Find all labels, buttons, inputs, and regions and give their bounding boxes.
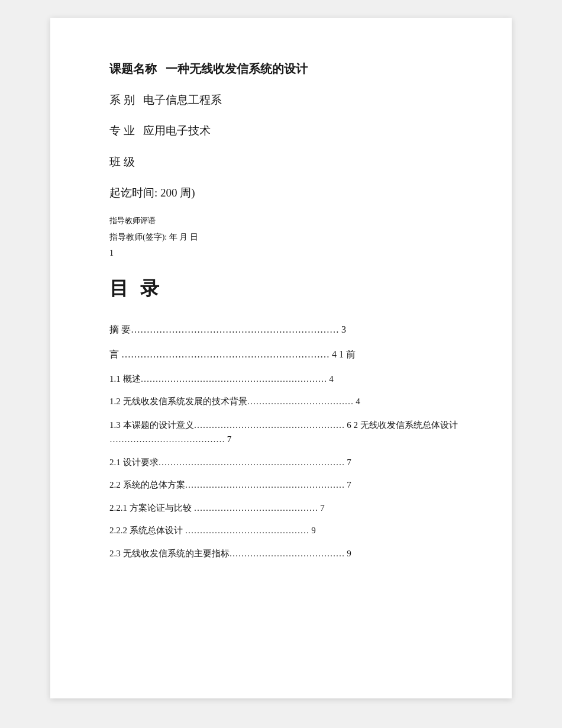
major-label: 专 业 (109, 124, 135, 137)
toc-item-2-2: 2.2 系统的总体方案……………………………………………… 7 (109, 478, 458, 492)
title-value: 一种无线收发信系统的设计 (166, 62, 308, 75)
duration-label: 起讫时间: (109, 186, 157, 199)
dept-line: 系 别 电子信息工程系 (109, 91, 458, 109)
major-value: 应用电子技术 (143, 124, 211, 137)
toc-section: 目 录 摘 要………………………………………………………… 3 言 ………………… (109, 276, 458, 561)
toc-item-1-3: 1.3 本课题的设计意义…………………………………………… 6 2 无线收发信系… (109, 418, 458, 446)
toc-item-2-3: 2.3 无线收发信系统的主要指标………………………………… 9 (109, 547, 458, 561)
class-line: 班 级 (109, 153, 458, 171)
toc-item-2-2-1: 2.2.1 方案论证与比较 …………………………………… 7 (109, 501, 458, 515)
toc-item-2-2-2: 2.2.2 系统总体设计 …………………………………… 9 (109, 524, 458, 537)
page-number: 1 (109, 249, 458, 258)
toc-item-1-1: 1.1 概述……………………………………………………… 4 (109, 372, 458, 386)
cover-section: 课题名称 一种无线收发信系统的设计 系 别 电子信息工程系 专 业 应用电子技术… (109, 59, 458, 258)
duration-line: 起讫时间: 200 周) (109, 184, 458, 202)
major-line: 专 业 应用电子技术 (109, 122, 458, 140)
advisor-sign-label: 指导教师(签字): 年 月 日 (109, 232, 458, 243)
advisor-comment-label: 指导教师评语 (109, 215, 458, 226)
dept-spacer (138, 94, 141, 106)
title-line: 课题名称 一种无线收发信系统的设计 (109, 59, 458, 78)
title-label: 课题名称 (109, 62, 157, 75)
dept-value: 电子信息工程系 (143, 94, 222, 106)
toc-item-2-1: 2.1 设计要求……………………………………………………… 7 (109, 456, 458, 469)
duration-value: 200 周) (160, 186, 195, 199)
toc-item-1-2: 1.2 无线收发信系统发展的技术背景……………………………… 4 (109, 395, 458, 408)
document-page: 课题名称 一种无线收发信系统的设计 系 别 电子信息工程系 专 业 应用电子技术… (50, 18, 512, 698)
toc-item-abstract: 摘 要………………………………………………………… 3 (109, 323, 458, 337)
major-spacer (138, 124, 141, 137)
toc-item-foreword: 言 ………………………………………………………… 4 1 前 (109, 347, 458, 362)
title-spacer (160, 62, 163, 75)
toc-title: 目 录 (109, 276, 458, 302)
dept-label: 系 别 (109, 94, 135, 106)
class-label: 班 级 (109, 156, 135, 168)
